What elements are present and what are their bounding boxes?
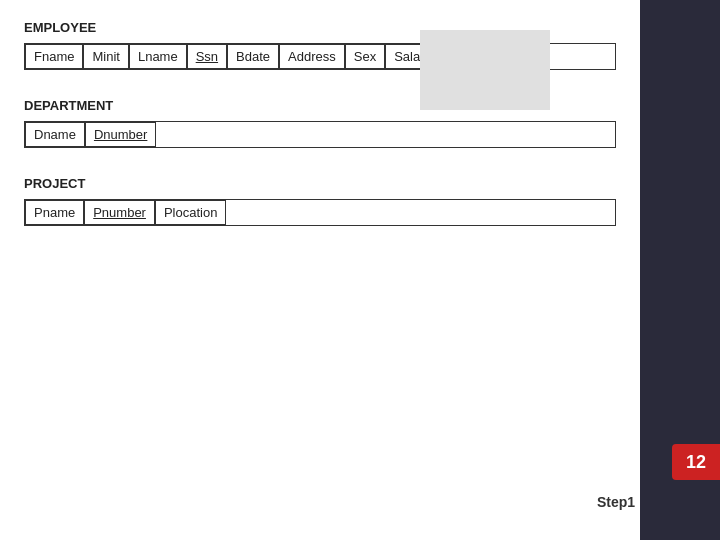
department-table: DnameDnumber <box>24 121 616 148</box>
employee-col-minit: Minit <box>83 44 128 69</box>
employee-col-ssn: Ssn <box>187 44 227 69</box>
project-section: PROJECT PnamePnumberPlocation <box>24 176 616 226</box>
step-label: Step1 <box>597 494 635 510</box>
employee-col-fname: Fname <box>25 44 83 69</box>
decorative-box <box>420 30 550 110</box>
employee-col-address: Address <box>279 44 345 69</box>
project-col-pnumber: Pnumber <box>84 200 155 225</box>
department-col-dnumber: Dnumber <box>85 122 156 147</box>
employee-col-lname: Lname <box>129 44 187 69</box>
project-col-plocation: Plocation <box>155 200 226 225</box>
employee-col-sex: Sex <box>345 44 385 69</box>
project-title: PROJECT <box>24 176 616 191</box>
main-content: EMPLOYEE FnameMinitLnameSsnBdateAddressS… <box>0 0 640 540</box>
project-col-pname: Pname <box>25 200 84 225</box>
employee-col-bdate: Bdate <box>227 44 279 69</box>
project-table: PnamePnumberPlocation <box>24 199 616 226</box>
slide-number-badge: 12 <box>672 444 720 480</box>
department-col-dname: Dname <box>25 122 85 147</box>
